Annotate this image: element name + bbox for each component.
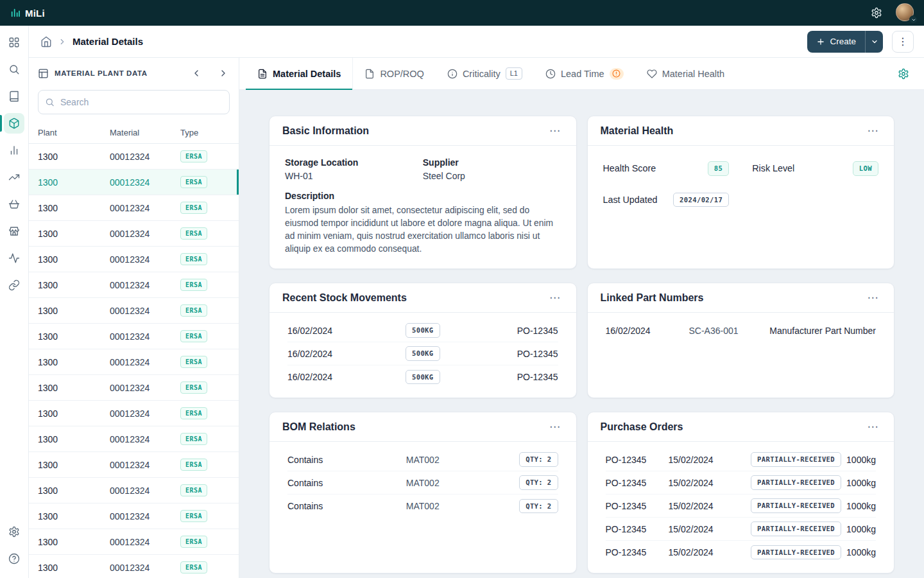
- card-menu-button[interactable]: ⋯: [547, 290, 563, 306]
- rail-item-activity[interactable]: [0, 245, 28, 271]
- app-logo: MiLi: [10, 8, 45, 19]
- home-button[interactable]: [40, 36, 52, 48]
- rail-item-materials[interactable]: [0, 110, 28, 136]
- table-row[interactable]: 1300 00012324 ERSA: [29, 221, 239, 247]
- po-number: PO-12345: [606, 524, 663, 534]
- bom-relation-type: Contains: [287, 455, 406, 465]
- tab-lead-time[interactable]: Lead Time: [534, 58, 635, 89]
- purchase-order-row[interactable]: PO-12345 15/02/2024 PARTIALLY-RECEIVED 1…: [606, 495, 877, 518]
- logo-icon: [10, 8, 21, 18]
- card-menu-button[interactable]: ⋯: [864, 123, 881, 139]
- material-cell: 00012324: [110, 563, 180, 573]
- table-row[interactable]: 1300 00012324 ERSA: [29, 298, 239, 324]
- rail-item-search[interactable]: [0, 57, 28, 82]
- type-badge: ERSA: [180, 253, 207, 265]
- settings-gear-button[interactable]: [868, 4, 886, 22]
- tab-label: Material Health: [662, 69, 725, 79]
- rail-item-help[interactable]: [0, 546, 28, 572]
- tab-material-details[interactable]: Material Details: [246, 58, 353, 89]
- purchase-order-row[interactable]: PO-12345 15/02/2024 PARTIALLY-RECEIVED 1…: [606, 541, 877, 564]
- table-row[interactable]: 1300 00012324 ERSA: [29, 452, 239, 478]
- po-qty: 1000kg: [846, 524, 876, 534]
- card-purchase-orders: Purchase Orders ⋯ PO-12345 15/02/2024: [587, 412, 895, 574]
- table-row[interactable]: 1300 00012324 ERSA: [29, 555, 239, 578]
- detail-content: Material Details ROP/ROQ Criticality L1: [239, 58, 924, 578]
- user-menu[interactable]: [896, 3, 915, 22]
- bom-relations-list: Contains MAT002 QTY: 2 Contains MAT002: [270, 442, 576, 527]
- rail-item-procurement[interactable]: [0, 191, 28, 217]
- table-row[interactable]: 1300 00012324 ERSA: [29, 324, 239, 349]
- create-dropdown-button[interactable]: [865, 31, 883, 53]
- table-row[interactable]: 1300 00012324 ERSA: [29, 504, 239, 529]
- card-menu-button[interactable]: ⋯: [547, 123, 563, 139]
- material-cell: 00012324: [110, 511, 180, 521]
- table-row[interactable]: 1300 00012324 ERSA: [29, 144, 239, 170]
- column-header-type: Type: [180, 128, 230, 137]
- tab-criticality[interactable]: Criticality L1: [436, 58, 534, 89]
- stock-movement-row[interactable]: 16/02/2024 500KG PO-12345: [287, 342, 558, 365]
- stock-movement-row[interactable]: 16/02/2024 500KG PO-12345: [287, 319, 558, 342]
- next-page-button[interactable]: [217, 67, 230, 80]
- create-button[interactable]: Create: [807, 31, 865, 53]
- table-row[interactable]: 1300 00012324 ERSA: [29, 170, 239, 195]
- chevron-down-icon: [909, 15, 918, 24]
- po-status-badge: PARTIALLY-RECEIVED: [751, 498, 841, 513]
- table-row[interactable]: 1300 00012324 ERSA: [29, 426, 239, 452]
- rail-item-trends[interactable]: [0, 164, 28, 190]
- field-label: Storage Location: [285, 157, 423, 168]
- table-row[interactable]: 1300 00012324 ERSA: [29, 247, 239, 272]
- bom-relation-row[interactable]: Contains MAT002 QTY: 2: [287, 448, 558, 471]
- table-row[interactable]: 1300 00012324 ERSA: [29, 401, 239, 426]
- card-menu-button[interactable]: ⋯: [864, 419, 881, 435]
- rail-item-settings[interactable]: [0, 519, 28, 545]
- plant-cell: 1300: [38, 229, 110, 239]
- column-header-material: Material: [110, 128, 180, 137]
- table-row[interactable]: 1300 00012324 ERSA: [29, 195, 239, 221]
- search-input[interactable]: [38, 90, 230, 114]
- search-icon: [45, 98, 55, 107]
- tab-material-health[interactable]: Material Health: [635, 58, 737, 89]
- plant-cell: 1300: [38, 306, 110, 316]
- card-menu-button[interactable]: ⋯: [864, 290, 881, 306]
- table-row[interactable]: 1300 00012324 ERSA: [29, 349, 239, 375]
- view-settings-button[interactable]: [894, 65, 912, 83]
- link-icon: [4, 275, 24, 295]
- po-number: PO-12345: [606, 478, 663, 488]
- bom-qty-badge: QTY: 2: [519, 499, 558, 514]
- plant-cell: 1300: [38, 408, 110, 419]
- bom-relation-type: Contains: [287, 478, 406, 488]
- rail-item-dashboard[interactable]: [0, 30, 28, 55]
- rail-item-catalog[interactable]: [0, 83, 28, 109]
- card-menu-button[interactable]: ⋯: [547, 419, 563, 435]
- cards-scroll-area[interactable]: Basic Information ⋯ Storage Location WH-…: [239, 90, 924, 578]
- app-screen: MiLi: [0, 0, 924, 578]
- table-row[interactable]: 1300 00012324 ERSA: [29, 478, 239, 504]
- more-options-button[interactable]: ⋮: [892, 31, 914, 53]
- linked-part-row[interactable]: 16/02/2024 SC-A36-001 Manufacturer Part …: [606, 319, 877, 342]
- plus-icon: [816, 37, 825, 46]
- po-date: 15/02/2024: [669, 455, 735, 465]
- table-row[interactable]: 1300 00012324 ERSA: [29, 272, 239, 298]
- ellipsis-icon: ⋯: [549, 291, 560, 304]
- rail-item-integrations[interactable]: [0, 272, 28, 298]
- purchase-order-row[interactable]: PO-12345 15/02/2024 PARTIALLY-RECEIVED 1…: [606, 448, 877, 471]
- movement-po: PO-12345: [517, 349, 558, 359]
- bom-relation-row[interactable]: Contains MAT002 QTY: 2: [287, 495, 558, 518]
- bom-relation-row[interactable]: Contains MAT002 QTY: 2: [287, 471, 558, 495]
- line-chart-icon: [4, 167, 24, 188]
- rail-item-store[interactable]: [0, 218, 28, 244]
- gear-icon: [898, 68, 909, 80]
- alert-circle-icon: [612, 69, 620, 78]
- rail-item-analytics[interactable]: [0, 137, 28, 163]
- dashboard-grid-icon: [4, 32, 24, 53]
- table-row[interactable]: 1300 00012324 ERSA: [29, 529, 239, 555]
- purchase-order-row[interactable]: PO-12345 15/02/2024 PARTIALLY-RECEIVED 1…: [606, 471, 877, 495]
- plant-cell: 1300: [38, 254, 110, 265]
- prev-page-button[interactable]: [190, 67, 203, 80]
- table-row[interactable]: 1300 00012324 ERSA: [29, 375, 239, 401]
- tab-rop-roq[interactable]: ROP/ROQ: [353, 58, 435, 89]
- stock-movement-row[interactable]: 16/02/2024 500KG PO-12345: [287, 365, 558, 389]
- help-icon: [4, 548, 24, 569]
- po-number: PO-12345: [606, 455, 663, 465]
- purchase-order-row[interactable]: PO-12345 15/02/2024 PARTIALLY-RECEIVED 1…: [606, 518, 877, 541]
